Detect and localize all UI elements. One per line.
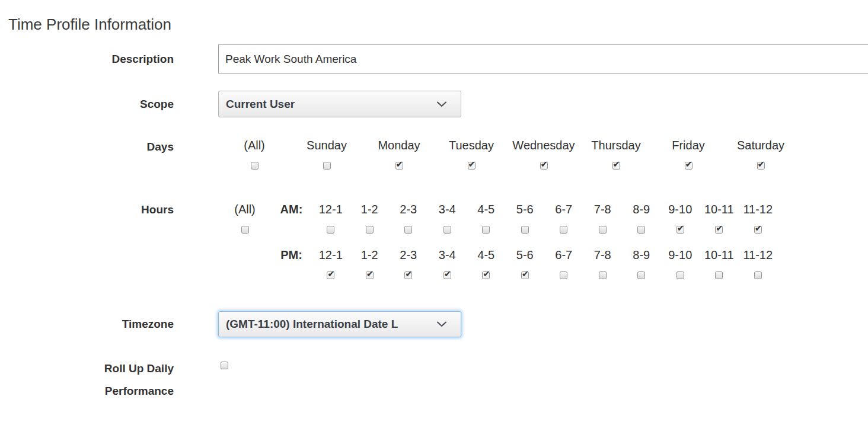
scope-select[interactable]: Current User [218, 91, 461, 117]
hour-option-label: 2-3 [400, 201, 417, 218]
pm-hour-checkbox-12-1[interactable] [327, 271, 334, 279]
day-option-label: Tuesday [449, 137, 494, 154]
hours-label: Hours [79, 202, 174, 218]
hour-column: 1-2 [350, 201, 390, 234]
am-hour-checkbox-2-3[interactable] [404, 226, 412, 234]
day-column: (All) [218, 137, 291, 170]
am-hour-checkbox-8-9[interactable] [637, 226, 645, 234]
day-option-label: Wednesday [512, 137, 575, 154]
day-checkbox-sunday[interactable] [323, 162, 331, 170]
day-option-label: Sunday [307, 137, 347, 154]
days-label: Days [79, 139, 174, 155]
scope-select-value: Current User [226, 98, 437, 111]
hour-option-label: 8-9 [633, 247, 650, 264]
chevron-down-icon [437, 101, 446, 107]
day-checkbox-thursday[interactable] [612, 162, 620, 170]
pm-hour-checkbox-8-9[interactable] [637, 271, 645, 279]
hour-option-label: 6-7 [555, 201, 572, 218]
hour-option-label: 5-6 [516, 201, 534, 218]
pm-label-cell: PM: [272, 247, 311, 279]
hour-option-label: 12-1 [319, 201, 343, 218]
day-column: Wednesday [508, 137, 580, 170]
day-option-label: Friday [672, 137, 705, 154]
hour-option-label: 10-11 [704, 247, 734, 264]
hour-column: 11-12 [739, 201, 778, 234]
hour-column: 9-10 [661, 247, 700, 279]
am-hour-checkbox-12-1[interactable] [327, 226, 334, 234]
hour-option-label: 12-1 [319, 247, 343, 264]
am-hour-checkbox-4-5[interactable] [482, 226, 490, 234]
day-checkbox-all[interactable] [251, 162, 259, 170]
pm-hour-checkbox-2-3[interactable] [404, 271, 412, 279]
day-option-label: Thursday [591, 137, 640, 154]
hour-column: 4-5 [467, 247, 506, 279]
day-checkbox-monday[interactable] [395, 162, 403, 170]
hour-option-label: 6-7 [555, 247, 572, 264]
am-hour-checkbox-11-12[interactable] [754, 226, 762, 234]
pm-hour-checkbox-9-10[interactable] [676, 271, 684, 279]
hour-option-label: 4-5 [477, 201, 494, 218]
day-column: Sunday [291, 137, 363, 170]
hours-all-checkbox[interactable] [241, 226, 249, 234]
day-option-label: Monday [378, 137, 420, 154]
rollup-checkbox[interactable] [221, 362, 228, 369]
hour-option-label: 11-12 [743, 247, 773, 264]
am-hour-checkbox-7-8[interactable] [599, 226, 607, 234]
timezone-select[interactable]: (GMT-11:00) International Date L [218, 311, 461, 337]
day-checkbox-wednesday[interactable] [540, 162, 548, 170]
hour-column: 2-3 [389, 247, 428, 279]
timezone-select-value: (GMT-11:00) International Date L [226, 318, 437, 331]
hour-option-label: 7-8 [594, 201, 611, 218]
day-column: Thursday [580, 137, 652, 170]
pm-hour-checkbox-11-12[interactable] [754, 271, 762, 279]
pm-label: PM: [280, 247, 302, 264]
hours-all-label: (All) [234, 201, 256, 218]
hour-option-label: 1-2 [361, 201, 378, 218]
hour-column: 9-10 [661, 201, 700, 234]
hour-column: 4-5 [467, 201, 506, 234]
day-checkbox-saturday[interactable] [757, 162, 765, 170]
am-hour-checkbox-5-6[interactable] [521, 226, 529, 234]
hour-column: 2-3 [389, 201, 428, 234]
page-title: Time Profile Information [8, 15, 171, 34]
hour-column: 7-8 [583, 247, 623, 279]
chevron-down-icon [437, 321, 446, 327]
description-label: Description [79, 51, 174, 68]
am-hour-checkbox-3-4[interactable] [443, 226, 451, 234]
am-hour-checkbox-10-11[interactable] [715, 226, 723, 234]
pm-hour-checkbox-3-4[interactable] [443, 271, 451, 279]
hour-column: 3-4 [428, 201, 467, 234]
pm-hour-checkbox-4-5[interactable] [482, 271, 490, 279]
hour-option-label: 1-2 [361, 247, 378, 264]
pm-hour-checkbox-7-8[interactable] [599, 271, 607, 279]
pm-hour-checkbox-5-6[interactable] [521, 271, 529, 279]
hour-option-label: 2-3 [400, 247, 417, 264]
pm-hour-checkbox-10-11[interactable] [715, 271, 723, 279]
day-option-label: Saturday [737, 137, 784, 154]
am-label: AM: [280, 201, 303, 218]
am-hour-checkbox-6-7[interactable] [560, 226, 567, 234]
hour-column: 12-1 [311, 247, 350, 279]
hours-all-spacer [218, 247, 272, 279]
hour-option-label: 9-10 [668, 201, 692, 218]
hour-column: 5-6 [506, 247, 545, 279]
am-hour-checkbox-9-10[interactable] [676, 226, 684, 234]
description-input[interactable] [218, 44, 868, 74]
hour-column: 10-11 [700, 247, 739, 279]
pm-hour-checkbox-1-2[interactable] [366, 271, 374, 279]
hour-column: 11-12 [739, 247, 778, 279]
hours-all-column: (All) [218, 201, 272, 234]
hour-column: 6-7 [544, 201, 583, 234]
day-checkbox-friday[interactable] [685, 162, 693, 170]
pm-hour-checkbox-6-7[interactable] [560, 271, 567, 279]
hour-column: 7-8 [583, 201, 623, 234]
hour-column: 10-11 [700, 201, 739, 234]
hour-option-label: 5-6 [516, 247, 534, 264]
hour-option-label: 3-4 [439, 201, 456, 218]
hour-option-label: 9-10 [668, 247, 692, 264]
day-checkbox-tuesday[interactable] [468, 162, 476, 170]
hours-am-row: (All) AM: 12-1 1-2 2-3 3-4 [218, 201, 777, 234]
am-hour-checkbox-1-2[interactable] [366, 226, 374, 234]
am-label-cell: AM: [272, 201, 311, 234]
hour-option-label: 10-11 [704, 201, 734, 218]
